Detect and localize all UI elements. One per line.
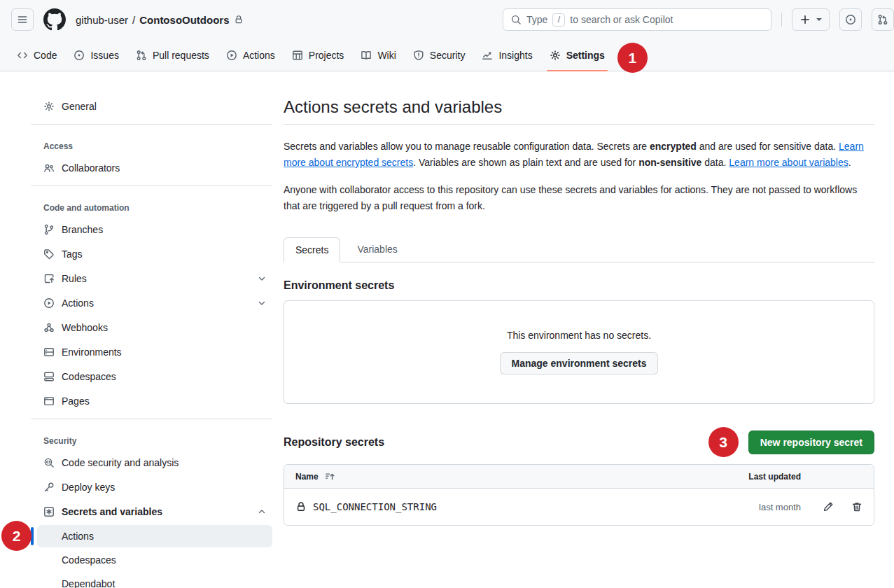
sidebar-item-secrets-and-variables[interactable]: Secrets and variables	[31, 499, 272, 524]
header-divider	[781, 13, 782, 27]
tab-security-label: Security	[430, 50, 466, 61]
shield-icon	[413, 50, 424, 61]
sidebar-item-actions[interactable]: Actions	[31, 290, 272, 315]
sidebar-item-environments[interactable]: Environments	[31, 340, 272, 364]
sidebar-item-codespaces[interactable]: Codespaces	[31, 364, 272, 388]
tab-issues[interactable]: Issues	[68, 39, 124, 71]
learn-more-variables-link[interactable]: Learn more about variables	[729, 157, 848, 168]
code-scan-icon	[43, 457, 55, 468]
secret-row-actions	[801, 501, 862, 512]
github-logo-icon[interactable]	[43, 8, 66, 31]
sidebar-item-general[interactable]: General	[31, 94, 272, 118]
sidebar-item-label: Pages	[62, 396, 90, 407]
create-new-dropdown-button[interactable]	[792, 8, 830, 31]
asterisk-box-icon	[43, 506, 55, 517]
sidebar-item-label: General	[62, 101, 97, 112]
search-input[interactable]: Type / to search or ask Copilot	[503, 8, 771, 31]
codespaces-icon	[43, 371, 55, 382]
breadcrumb-repo-link[interactable]: ContosoOutdoors	[139, 14, 229, 26]
hamburger-menu-button[interactable]	[11, 8, 34, 31]
sidebar-subitem-label: Actions	[62, 531, 94, 542]
tab-projects[interactable]: Projects	[286, 39, 350, 71]
sidebar-item-label: Tags	[62, 248, 83, 260]
breadcrumb-owner-link[interactable]: github-user	[76, 14, 128, 26]
global-issues-button[interactable]	[839, 8, 862, 31]
tab-settings[interactable]: Settings 1	[544, 39, 610, 71]
tab-code-label: Code	[34, 50, 57, 61]
chevron-up-icon	[257, 507, 267, 517]
hamburger-icon	[17, 14, 28, 25]
secrets-variables-tabs: Secrets Variables	[284, 237, 874, 262]
sidebar-item-rules[interactable]: Rules	[31, 266, 272, 290]
gear-icon	[43, 101, 55, 112]
page-title: Actions secrets and variables	[284, 97, 874, 125]
sidebar-item-label: Rules	[62, 273, 250, 284]
step-2-badge: 2	[1, 521, 32, 551]
delete-secret-button[interactable]	[851, 501, 862, 512]
breadcrumb-separator: /	[132, 14, 135, 26]
sidebar-subitem-dependabot[interactable]: Dependabot	[37, 573, 272, 588]
lock-icon	[295, 501, 307, 512]
sidebar-item-label: Webhooks	[62, 322, 108, 333]
intro-text: .	[848, 157, 851, 168]
sidebar-item-collaborators[interactable]: Collaborators	[31, 155, 272, 180]
graph-icon	[482, 50, 493, 61]
page-body: General Access Collaborators Code and au…	[0, 71, 894, 588]
intro-text: and are used for sensitive data.	[697, 141, 839, 152]
secret-name: SQL_CONNECTION_STRING	[313, 501, 437, 512]
intro-text: . Variables are shown as plain text and …	[413, 157, 638, 168]
git-pull-request-icon	[877, 14, 888, 25]
collaborator-access-paragraph: Anyone with collaborator access to this …	[284, 182, 874, 214]
tab-variables[interactable]: Variables	[346, 237, 408, 262]
sort-ascending-icon[interactable]	[325, 471, 335, 482]
sidebar-subitem-actions[interactable]: 2 Actions	[37, 525, 272, 547]
app-header: github-user / ContosoOutdoors Type / to …	[0, 0, 894, 39]
sidebar-subitem-codespaces[interactable]: Codespaces	[37, 549, 272, 571]
intro-text: data.	[701, 157, 729, 168]
tab-secrets[interactable]: Secrets	[284, 237, 340, 262]
sidebar-item-deploy-keys[interactable]: Deploy keys	[31, 475, 272, 499]
environment-secrets-box: This environment has no secrets. Manage …	[284, 300, 874, 404]
sidebar-item-webhooks[interactable]: Webhooks	[31, 315, 272, 340]
sidebar-item-label: Code security and analysis	[62, 457, 179, 468]
browser-icon	[43, 396, 55, 407]
edit-secret-button[interactable]	[823, 501, 834, 512]
tab-actions-label: Actions	[243, 50, 275, 61]
tab-settings-label: Settings	[566, 50, 605, 61]
slash-key-hint: /	[552, 13, 565, 27]
sidebar-item-tags[interactable]: Tags	[31, 241, 272, 266]
environment-secrets-heading: Environment secrets	[284, 279, 874, 292]
tag-icon	[43, 248, 55, 260]
search-placeholder-suffix: to search or ask Copilot	[570, 14, 673, 25]
sidebar-subitem-label: Codespaces	[62, 554, 116, 566]
breadcrumb: github-user / ContosoOutdoors	[76, 14, 244, 26]
table-row: SQL_CONNECTION_STRING last month	[284, 489, 874, 525]
server-icon	[43, 346, 55, 358]
sidebar-item-pages[interactable]: Pages	[31, 388, 272, 413]
repository-secrets-heading: Repository secrets	[284, 436, 708, 449]
sidebar-item-label: Actions	[62, 298, 250, 309]
tab-wiki[interactable]: Wiki	[355, 39, 401, 71]
tab-security[interactable]: Security	[407, 39, 471, 71]
chevron-down-icon	[257, 298, 267, 308]
tab-actions[interactable]: Actions	[221, 39, 281, 71]
issue-opened-icon	[845, 14, 856, 25]
code-icon	[17, 50, 28, 61]
intro-paragraph: Secrets and variables allow you to manag…	[284, 139, 874, 171]
sidebar-item-label: Branches	[62, 224, 103, 235]
sidebar-section-code-automation: Code and automation	[31, 192, 272, 217]
new-repository-secret-button[interactable]: New repository secret	[748, 430, 874, 454]
global-pull-requests-button[interactable]	[872, 8, 894, 31]
sidebar-item-code-security[interactable]: Code security and analysis	[31, 450, 272, 475]
tab-insights[interactable]: Insights	[476, 39, 538, 71]
repository-secrets-table: Name Last updated SQL_CONNECTION_STRING …	[284, 464, 874, 526]
tab-pull-requests[interactable]: Pull requests	[130, 39, 215, 71]
step-3-badge: 3	[708, 427, 739, 457]
tab-wiki-label: Wiki	[377, 50, 396, 61]
tab-code[interactable]: Code	[11, 39, 62, 71]
name-column-header: Name	[295, 471, 717, 482]
git-branch-icon	[43, 224, 55, 235]
manage-environment-secrets-button[interactable]: Manage environment secrets	[500, 352, 659, 374]
sidebar-item-branches[interactable]: Branches	[31, 217, 272, 241]
name-header-label: Name	[295, 472, 319, 482]
